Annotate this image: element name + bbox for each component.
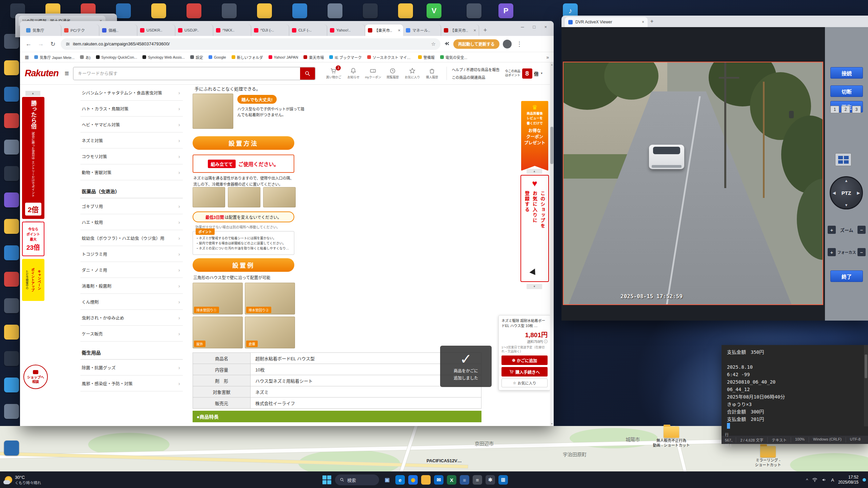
channel-button[interactable]: 3 [852,106,861,113]
ptz-dial[interactable]: PTZ ▲ ▼ ◀ ▶ [830,176,863,209]
favorite-shop-banner[interactable]: ♥ 登録する お気に入りに このショップを [520,175,549,282]
zoom-in-button[interactable]: + [828,226,836,234]
bookmark-item[interactable]: 電気の安全... [440,55,467,60]
focus-in-button[interactable]: + [828,248,836,256]
hamburger-menu-icon[interactable]: ≡ [65,69,69,78]
profile-avatar[interactable] [503,40,512,48]
dvr-tab[interactable]: DVR ActiveX Viewer × [565,17,648,27]
desktop-icon[interactable] [292,3,307,18]
ptz-down-icon[interactable]: ▼ [845,203,848,207]
notepad-text-area[interactable]: 支払金額 350円2025.8.106:42 -9920250810_06_40… [722,345,868,435]
banner-carousel-down[interactable]: ▼ [527,284,542,289]
desktop-icon[interactable] [257,3,272,18]
weather-widget[interactable]: 30°C くもり時々晴れ [0,472,46,488]
desktop-icon[interactable] [4,87,19,102]
scrollbar-thumb[interactable] [550,127,553,164]
taskbar-app-icon[interactable]: e [395,475,405,485]
taskbar-app-icon[interactable]: ◉ [408,475,418,485]
bookmark-item[interactable]: 警備報 [418,55,435,60]
zoom-out-button[interactable]: − [857,226,866,234]
taskbar-search[interactable]: 検索 [335,474,379,485]
dvr-titlebar[interactable]: DVR ActiveX Viewer × + [561,16,868,27]
channel-button[interactable]: 2 [841,106,850,113]
browser-tab[interactable]: マネール.. [403,24,441,36]
close-button[interactable]: × [544,24,547,29]
bookmark-item[interactable]: Yahoo! JAPAN [269,55,298,60]
sidebar-category-item[interactable]: 除菌・抗菌グッズ › [80,360,183,375]
scrollbar-up-icon[interactable]: ▴ [550,62,554,67]
coupon-button[interactable]: myクーポン [363,67,383,79]
extensions-puzzle-icon[interactable] [444,41,450,47]
cart-button[interactable]: 3 買い物かご [324,67,343,79]
bookmarks-overflow-icon[interactable]: » [546,55,549,60]
taskbar-app-icon[interactable] [421,475,431,485]
bookmark-item[interactable]: 気象庁 Japan Mete... [34,55,75,60]
help-report-link[interactable]: ヘルプ / 不適切な商品を報告 [452,67,499,72]
desktop-icon[interactable] [4,378,19,392]
purchase-history-button[interactable]: 購入履歴 [422,67,442,79]
apps-grid-icon[interactable]: ▦ [25,55,29,60]
site-info-icon[interactable] [65,42,70,46]
browser-tab[interactable]: ^DJI (-.. [251,24,289,36]
desktop-icon[interactable] [4,166,19,181]
notification-icon[interactable] [863,478,866,482]
favorites-button[interactable]: お気に入り [402,67,422,79]
bookmark-item[interactable]: Synology Web Assis... [142,55,185,60]
page-scrollbar[interactable]: ▴ ▾ [550,62,554,426]
exit-button[interactable]: 終了 [830,270,863,282]
browser-tab[interactable]: 【楽天市.. × [441,24,479,36]
browser-tab[interactable]: CLF (-.. [289,24,327,36]
taskbar-app-icon[interactable]: ✱ [486,475,495,485]
desktop-icon[interactable] [4,298,19,313]
desktop-icon[interactable] [4,140,19,155]
taskbar-app-icon[interactable]: ⊞ [498,475,508,485]
desktop-icon[interactable] [4,351,19,366]
checkout-button[interactable]: 購入手続きへ [501,367,548,377]
sidebar-category-item[interactable]: シバンムシ・チャタテムシ・食品害虫対策 › [80,85,183,101]
browser-menu-icon[interactable]: ⋮ [515,40,524,48]
sidebar-category-item[interactable]: ダニ・ノミ用 › [80,262,183,278]
notifications-button[interactable]: お知らせ [343,67,363,79]
ptz-right-icon[interactable]: ▶ [857,191,860,195]
bookmark-star-icon[interactable]: ☆ [431,41,436,47]
shop-consult-button[interactable]: ショップへ 相談 [23,365,48,389]
camera-view[interactable]: 2025-08-15 17:52:59 [563,62,823,305]
new-tab-button[interactable]: + [650,18,653,24]
desktop-icon[interactable] [4,219,19,234]
address-bar[interactable]: item.rakuten.co.jp/campaign365/458037479… [61,38,440,50]
connect-button[interactable]: 接続 [830,67,863,79]
browser-tab[interactable]: 気象庁 [23,24,61,36]
sidebar-category-item[interactable]: ヘビ・ヤマビル対策 › [80,117,183,133]
tab-close-icon[interactable]: × [642,20,644,24]
banner-carousel-up[interactable]: ▲ [25,91,40,96]
focus-out-button[interactable]: − [857,248,866,256]
desktop-icon[interactable] [4,113,19,128]
sidebar-category-item[interactable]: ハエ・蚊用 › [80,214,183,230]
disconnect-button[interactable]: 切断 [830,85,863,97]
desktop-icon[interactable] [116,3,131,18]
bookmark-item[interactable]: IE ブックマーク [329,55,361,60]
browser-tab[interactable]: PC/テク [61,24,99,36]
sidebar-category-item[interactable]: コウモリ対策 › [80,148,183,164]
desktop-shortcut-mirroring[interactable]: ミラーリング -ショートカット [743,446,793,468]
browser-tab[interactable]: USDJP.. [175,24,213,36]
tray-overflow-icon[interactable]: ^ [806,477,808,483]
bookmark-item[interactable]: 設定 [190,55,203,60]
desktop-icon[interactable] [4,192,19,207]
desktop-icon[interactable]: V [427,3,441,18]
sidebar-category-item[interactable]: 動物・害獣対策 › [80,164,183,180]
desktop-icon[interactable] [4,272,19,287]
desktop-icon[interactable] [4,60,19,75]
product-title[interactable]: ネズミ駆除 超耐水粘着ボードEL ハウス型 10枚 … [501,318,548,328]
desktop-icon[interactable] [4,404,19,419]
sidebar-category-item[interactable]: トコジラミ用 › [80,246,183,262]
browser-tab[interactable]: 【楽天市.. × [365,24,403,36]
sidebar-category-item[interactable]: くん煙剤 › [80,294,183,310]
banner-carousel-up[interactable]: ▲ [527,169,542,174]
sidebar-category-item[interactable]: ハト・カラス・鳥類対策 › [80,101,183,117]
maximize-button[interactable]: □ [533,24,536,29]
taskbar-app-icon[interactable]: ≡ [460,475,469,485]
desktop-shortcut-video[interactable]: 無人販売不正行為動画 - ショートカット [646,426,697,448]
tab-close-icon[interactable]: × [473,28,476,33]
sidebar-category-item[interactable]: 虫刺され・かゆみ止め › [80,310,183,326]
